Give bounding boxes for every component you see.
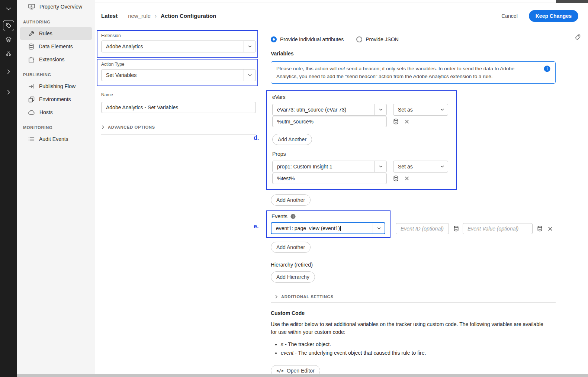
annotation-box-d: eVars eVar73: utm_source (eVar 73) Set a… (266, 90, 457, 190)
app-rail (0, 0, 17, 377)
data-element-picker-icon[interactable] (453, 226, 459, 232)
sidebar-item-label: Data Elements (39, 44, 73, 49)
event-id-input[interactable] (396, 223, 449, 234)
sidebar-item-property-overview[interactable]: Property Overview (20, 0, 92, 13)
remove-row-icon[interactable] (405, 119, 409, 124)
sidebar-item-extensions[interactable]: Extensions (20, 53, 92, 66)
list-item: s - The tracker object. (281, 341, 556, 347)
prop-action-value: Set as (393, 164, 436, 170)
horizontal-scrollbar[interactable] (17, 374, 588, 377)
sidebar-section-publishing: PUBLISHING (17, 72, 95, 77)
variable-description: - The tracker object. (283, 341, 331, 347)
prop-select[interactable]: prop1: Custom Insight 1 (272, 161, 387, 173)
breadcrumb-version[interactable]: Latest (101, 13, 118, 19)
note-emphasis: not (338, 66, 345, 71)
sidebar-item-data-elements[interactable]: Data Elements (20, 40, 92, 53)
extension-group: Extension Adobe Analytics b. (101, 30, 256, 58)
tags-panel-icon[interactable] (575, 34, 581, 40)
evar-value-input[interactable] (272, 116, 387, 127)
chevron-down-icon (373, 223, 385, 233)
action-type-select[interactable]: Set Variables (101, 69, 256, 81)
sidebar-item-label: Audit Events (39, 136, 68, 142)
props-heading: Props (272, 151, 450, 157)
name-group: Name (101, 92, 256, 113)
advanced-options-accordion[interactable]: ADVANCED OPTIONS (101, 120, 256, 135)
top-strip (95, 0, 588, 3)
annotation-letter-e: e. (254, 223, 258, 230)
audit-events-icon (28, 136, 35, 142)
prop-value-input[interactable] (272, 173, 387, 184)
action-type-select-value: Set Variables (102, 72, 244, 78)
variable-term: event (281, 350, 293, 356)
remove-row-icon[interactable] (548, 226, 553, 231)
data-element-picker-icon[interactable] (393, 175, 399, 181)
prop-select-value: prop1: Custom Insight 1 (273, 164, 375, 170)
event-select[interactable]: event1: page_view (event1) (271, 222, 385, 234)
open-editor-label: Open Editor (287, 368, 315, 374)
event-select-value: event1: page_view (event1) (271, 225, 373, 231)
radio-unselected-icon (356, 36, 362, 42)
left-nav: Property Overview AUTHORING Rules Data E… (17, 0, 95, 377)
hierarchy-heading: Hierarchy (retired) (271, 262, 556, 268)
keep-changes-button[interactable]: Keep Changes (529, 10, 578, 22)
text-cursor (340, 226, 341, 231)
action-configuration-page: Latest new_rule › Action Configuration C… (95, 0, 588, 377)
prop-action-select[interactable]: Set as (393, 161, 448, 173)
data-collection-app-icon[interactable] (3, 20, 14, 31)
additional-settings-accordion[interactable]: ADDITIONAL SETTINGS (271, 291, 556, 303)
evar-action-value: Set as (393, 107, 436, 113)
radio-provide-individual[interactable]: Provide individual attributes (271, 36, 344, 42)
prop-value-row (272, 173, 450, 184)
expand-panel-icon[interactable] (7, 90, 10, 95)
extension-select-value: Adobe Analytics (102, 44, 244, 49)
sidebar-item-audit-events[interactable]: Audit Events (20, 133, 92, 145)
expand-panel-icon[interactable] (7, 69, 10, 74)
events-heading: Events (271, 213, 287, 219)
events-add-another-button[interactable]: Add Another (271, 242, 311, 253)
attributes-column: Provide individual attributes Provide JS… (271, 29, 556, 376)
advanced-options-label: ADVANCED OPTIONS (108, 125, 155, 129)
action-type-label: Action Type (101, 62, 255, 67)
evars-add-another-button[interactable]: Add Another (272, 134, 312, 145)
evar-action-select[interactable]: Set as (393, 104, 448, 116)
evars-heading: eVars (272, 94, 450, 100)
name-input[interactable] (101, 102, 256, 113)
remove-row-icon[interactable] (405, 176, 409, 181)
data-element-picker-icon[interactable] (537, 226, 543, 232)
layers-icon[interactable] (6, 36, 12, 42)
radio-provide-json[interactable]: Provide JSON (356, 36, 399, 42)
add-hierarchy-button[interactable]: Add Hierarchy (271, 271, 315, 283)
breadcrumb-separator: › (155, 13, 157, 19)
cancel-button[interactable]: Cancel (501, 13, 518, 19)
info-icon[interactable] (290, 214, 296, 219)
sidebar-item-publishing-flow[interactable]: Publishing Flow (20, 80, 92, 93)
custom-code-variable-list: s - The tracker object. event - The unde… (281, 341, 556, 356)
data-elements-icon (28, 44, 34, 50)
info-icon (544, 65, 550, 72)
variable-term: s (281, 341, 283, 347)
evar-select[interactable]: eVar73: utm_source (eVar 73) (272, 104, 387, 116)
sidebar-item-environments[interactable]: Environments (20, 93, 92, 106)
action-type-group: Action Type Set Variables c. (101, 59, 256, 86)
sidebar-item-rules[interactable]: Rules (20, 27, 92, 40)
events-heading-row: Events (271, 213, 386, 219)
sidebar-section-authoring: AUTHORING (17, 20, 95, 24)
sidebar-item-label: Hosts (39, 109, 53, 115)
extension-label: Extension (101, 33, 255, 38)
sidebar-item-label: Publishing Flow (39, 83, 75, 89)
note-text: Please note, this action will (276, 66, 338, 71)
sidebar-item-label: Environments (39, 96, 71, 102)
sidebar-item-label: Property Overview (39, 4, 82, 10)
event-value-input[interactable] (463, 223, 533, 234)
radio-selected-icon (271, 36, 277, 42)
sidebar-item-hosts[interactable]: Hosts (20, 106, 92, 119)
extension-select[interactable]: Adobe Analytics (101, 41, 256, 52)
sidebar-item-label: Rules (39, 30, 52, 36)
data-element-picker-icon[interactable] (393, 119, 399, 125)
annotation-box-c: Action Type Set Variables (97, 59, 258, 86)
page-header: Latest new_rule › Action Configuration C… (95, 3, 588, 29)
chevron-down-icon[interactable] (6, 7, 11, 10)
workflow-icon[interactable] (6, 51, 12, 57)
breadcrumb-rule-name[interactable]: new_rule (128, 13, 151, 19)
props-add-another-button[interactable]: Add Another (271, 194, 311, 206)
